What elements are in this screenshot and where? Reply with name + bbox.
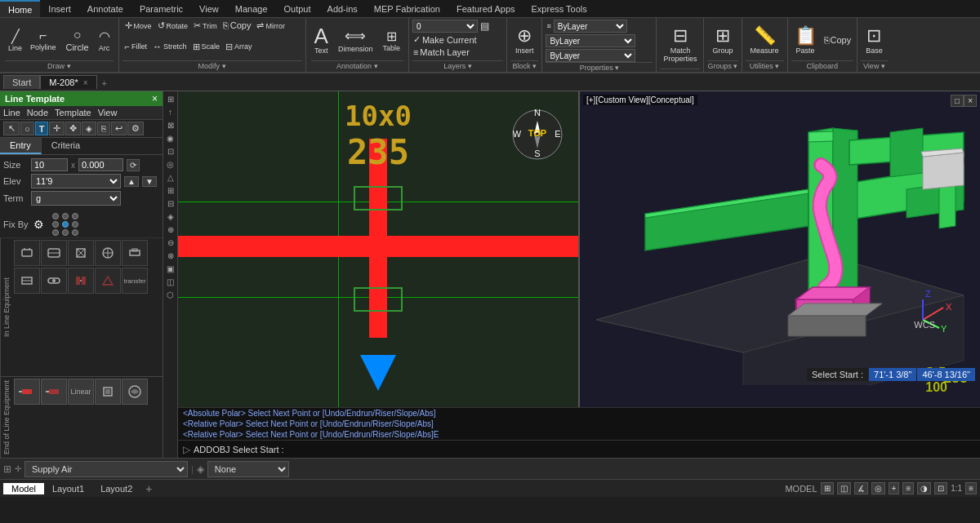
side-tool-15[interactable]: ◫ bbox=[166, 276, 175, 288]
status-tab-layout1[interactable]: Layout1 bbox=[44, 483, 92, 494]
inline-icon-8[interactable] bbox=[68, 268, 94, 294]
criteria-tab[interactable]: Criteria bbox=[42, 138, 90, 154]
3d-maximize-button[interactable]: □ bbox=[951, 95, 964, 107]
ribbon-tab-home[interactable]: Home bbox=[0, 0, 40, 17]
status-customization-button[interactable]: ≡ bbox=[965, 482, 977, 494]
ribbon-tab-insert[interactable]: Insert bbox=[40, 0, 79, 17]
side-tool-14[interactable]: ▣ bbox=[166, 263, 175, 275]
panel-menu-node[interactable]: Node bbox=[27, 108, 48, 117]
elev-arrow-up[interactable]: ▲ bbox=[124, 176, 139, 187]
group-button[interactable]: ⊞Group bbox=[707, 24, 737, 56]
status-selection-button[interactable]: ⊡ bbox=[934, 482, 947, 494]
modify-trim-button[interactable]: ✂Trim bbox=[191, 20, 220, 32]
side-tool-9[interactable]: ⊟ bbox=[167, 197, 175, 210]
match-props-button[interactable]: ≡ bbox=[546, 21, 551, 31]
inline-icon-6[interactable] bbox=[14, 268, 40, 294]
tool-settings[interactable]: ⚙ bbox=[127, 122, 144, 135]
side-tool-10[interactable]: ◈ bbox=[167, 211, 175, 223]
endline-icon-4[interactable] bbox=[95, 379, 121, 405]
fix-by-settings[interactable]: ⚙ bbox=[33, 218, 44, 231]
status-lineweight-button[interactable]: ≡ bbox=[902, 482, 914, 494]
inline-icon-3[interactable] bbox=[68, 240, 94, 266]
paste-button[interactable]: 📋Paste bbox=[791, 24, 820, 56]
bylayer-color[interactable]: ByLayer bbox=[554, 20, 627, 33]
elev-select[interactable]: 11'9 bbox=[31, 174, 121, 188]
modify-scale-button[interactable]: ⊞Scale bbox=[190, 41, 223, 53]
ribbon-tab-parametric[interactable]: Parametric bbox=[131, 0, 191, 17]
bylayer-linetype[interactable]: ByLayer bbox=[546, 34, 635, 47]
inline-icon-10[interactable]: transfer bbox=[122, 268, 148, 294]
side-tool-5[interactable]: ⊡ bbox=[167, 145, 175, 157]
modify-fillet-button[interactable]: ⌐Fillet bbox=[122, 41, 149, 52]
endline-icon-5[interactable] bbox=[122, 379, 148, 405]
ribbon-tab-addins[interactable]: Add-ins bbox=[319, 0, 366, 17]
command-prompt-input[interactable] bbox=[194, 445, 975, 454]
modify-array-button[interactable]: ⊟Array bbox=[223, 41, 255, 53]
panel-menu-line[interactable]: Line bbox=[3, 108, 20, 117]
bylayer-lineweight[interactable]: ByLayer bbox=[546, 49, 635, 62]
side-tool-6[interactable]: ◎ bbox=[166, 158, 175, 171]
tab-m208-close[interactable]: × bbox=[83, 78, 88, 87]
modify-stretch-button[interactable]: ↔Stretch bbox=[150, 41, 189, 52]
ribbon-tab-express[interactable]: Express Tools bbox=[523, 0, 595, 17]
insert-button[interactable]: ⊕Insert bbox=[510, 24, 539, 56]
inline-icon-4[interactable] bbox=[95, 240, 121, 266]
base-view-button[interactable]: ⊡Base bbox=[861, 24, 888, 56]
status-otrack-button[interactable]: + bbox=[889, 482, 900, 494]
status-osnap-button[interactable]: ◎ bbox=[871, 482, 885, 494]
ribbon-tab-manage[interactable]: Manage bbox=[227, 0, 276, 17]
endline-icon-3[interactable]: Linear bbox=[68, 379, 94, 405]
match-layer-button[interactable]: ≡Match Layer bbox=[412, 47, 503, 58]
endline-icon-2[interactable] bbox=[41, 379, 67, 405]
3d-close-button[interactable]: × bbox=[964, 95, 977, 107]
ribbon-tab-view[interactable]: View bbox=[191, 0, 227, 17]
panel-menu-view[interactable]: View bbox=[98, 108, 118, 117]
select-start-val1[interactable]: 71'-1 3/8" bbox=[869, 368, 916, 381]
supply-air-select[interactable]: Supply Air bbox=[24, 461, 188, 477]
tool-move[interactable]: ✛ bbox=[49, 122, 65, 135]
inline-icon-9[interactable] bbox=[95, 268, 121, 294]
ribbon-tab-annotate[interactable]: Annotate bbox=[79, 0, 131, 17]
side-tool-1[interactable]: ⊞ bbox=[164, 93, 177, 105]
size-input[interactable] bbox=[31, 158, 68, 171]
ribbon-tab-mep[interactable]: MEP Fabrication bbox=[366, 0, 448, 17]
modify-mirror-button[interactable]: ⇌Mirror bbox=[254, 20, 287, 32]
tool-snap[interactable]: ◈ bbox=[82, 122, 96, 135]
inline-icon-1[interactable] bbox=[14, 240, 40, 266]
term-select[interactable]: g bbox=[31, 191, 121, 206]
status-tab-layout2[interactable]: Layout2 bbox=[92, 483, 140, 494]
annotation-text-button[interactable]: AText bbox=[311, 24, 332, 56]
tab-add-button[interactable]: + bbox=[97, 74, 112, 91]
size-x-input[interactable] bbox=[78, 158, 123, 171]
modify-rotate-button[interactable]: ↺Rotate bbox=[155, 20, 191, 32]
select-start-val2[interactable]: 46'-8 13/16" bbox=[917, 368, 975, 381]
layer-props-button[interactable]: ▤ bbox=[479, 20, 490, 33]
draw-circle-button[interactable]: ○Circle bbox=[61, 26, 94, 54]
side-tool-4[interactable]: ◉ bbox=[166, 132, 175, 144]
status-polar-button[interactable]: ∡ bbox=[854, 482, 868, 494]
copy-clipboard-button[interactable]: ⎘Copy bbox=[822, 34, 854, 46]
elev-arrow-down[interactable]: ▼ bbox=[142, 176, 157, 187]
status-grid-button[interactable]: ⊞ bbox=[821, 482, 834, 494]
tool-copy[interactable]: ⎘ bbox=[97, 122, 110, 135]
annotation-dimension-button[interactable]: ⟺Dimension bbox=[335, 25, 376, 55]
status-transparency-button[interactable]: ◑ bbox=[917, 482, 931, 494]
modify-copy-button[interactable]: ⎘Copy bbox=[220, 20, 254, 31]
inline-icon-5[interactable] bbox=[122, 240, 148, 266]
size-refresh-button[interactable]: ⟳ bbox=[127, 159, 140, 171]
annotation-table-button[interactable]: ⊞Table bbox=[379, 27, 403, 54]
tool-handle[interactable]: ✥ bbox=[65, 122, 81, 135]
entry-tab[interactable]: Entry bbox=[0, 138, 42, 154]
viewport-2d[interactable]: 10x0 235 N E S W TOP bbox=[178, 91, 580, 407]
ribbon-tab-featured[interactable]: Featured Apps bbox=[448, 0, 523, 17]
status-tab-add[interactable]: + bbox=[140, 481, 157, 496]
side-tool-8[interactable]: ⊞ bbox=[167, 184, 175, 197]
tab-m208[interactable]: M-208* × bbox=[40, 75, 96, 89]
tool-circle[interactable]: ○ bbox=[20, 122, 34, 135]
side-tool-7[interactable]: △ bbox=[167, 171, 175, 184]
modify-move-button[interactable]: ✛Move bbox=[122, 20, 154, 32]
measure-button[interactable]: 📏Measure bbox=[746, 24, 784, 56]
side-tool-12[interactable]: ⊖ bbox=[167, 237, 175, 249]
status-snap-button[interactable]: ◫ bbox=[837, 482, 851, 494]
layer-select[interactable]: 0 bbox=[412, 20, 478, 33]
